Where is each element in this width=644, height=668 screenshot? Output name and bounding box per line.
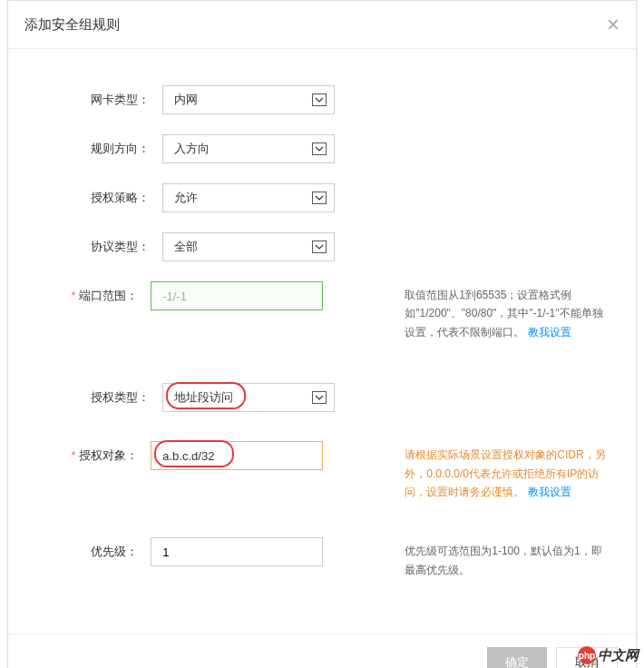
row-port-range: 端口范围： 取值范围从1到65535；设置格式例如"1/200"、"80/80"… [35,281,609,341]
watermark: php 中文网 [578,646,639,664]
help-port-range-link[interactable]: 教我设置 [528,326,571,339]
row-auth-type: 授权类型： 地址段访问 [35,383,609,412]
row-auth-policy: 授权策略： 允许 [35,183,609,212]
select-direction-value: 入方向 [174,141,210,157]
watermark-logo: php [578,646,596,664]
row-direction: 规则方向： 入方向 [35,134,609,163]
row-auth-object: 授权对象： 请根据实际场景设置授权对象的CIDR，另外，0.0.0.0/0代表允… [35,441,609,501]
select-auth-type-value: 地址段访问 [174,389,233,406]
help-port-range-text: 取值范围从1到65535；设置格式例如"1/200"、"80/80"，其中"-1… [405,289,602,339]
row-nic-type: 网卡类型： 内网 [35,85,609,114]
label-auth-type: 授权类型： [35,383,162,406]
row-protocol: 协议类型： 全部 [35,232,609,261]
input-priority[interactable] [151,537,323,566]
help-auth-object-link[interactable]: 教我设置 [528,486,571,498]
label-priority: 优先级： [35,537,151,560]
label-auth-object: 授权对象： [35,441,151,464]
dialog-header: 添加安全组规则 × [8,1,636,49]
help-auth-object-text: 请根据实际场景设置授权对象的CIDR，另外，0.0.0.0/0代表允许或拒绝所有… [405,448,605,498]
help-priority: 优先级可选范围为1-100，默认值为1，即最高优先级。 [405,537,609,579]
input-port-range[interactable] [151,281,323,310]
label-direction: 规则方向： [35,134,162,157]
label-auth-policy: 授权策略： [35,183,162,206]
help-port-range: 取值范围从1到65535；设置格式例如"1/200"、"80/80"，其中"-1… [405,281,609,341]
select-auth-type[interactable]: 地址段访问 [162,383,335,412]
chevron-down-icon [312,391,327,404]
help-auth-object: 请根据实际场景设置授权对象的CIDR，另外，0.0.0.0/0代表允许或拒绝所有… [405,441,609,501]
select-protocol-value: 全部 [174,239,198,255]
input-auth-object[interactable] [151,441,323,470]
select-nic-type-value: 内网 [174,92,198,108]
select-auth-policy-value: 允许 [174,190,198,206]
select-protocol[interactable]: 全部 [162,232,335,261]
select-nic-type[interactable]: 内网 [162,85,335,114]
dialog-body: 网卡类型： 内网 规则方向： 入方向 授权策略： [8,49,636,634]
row-priority: 优先级： 优先级可选范围为1-100，默认值为1，即最高优先级。 [35,537,609,579]
select-direction[interactable]: 入方向 [162,134,335,163]
label-port-range: 端口范围： [35,281,151,304]
dialog-title: 添加安全组规则 [24,16,120,34]
add-security-rule-dialog: 添加安全组规则 × 网卡类型： 内网 规则方向： 入方向 [7,0,637,668]
chevron-down-icon [312,93,327,106]
chevron-down-icon [312,142,327,155]
chevron-down-icon [312,241,327,253]
watermark-text: 中文网 [598,647,639,664]
dialog-footer: 确定 取消 [8,634,636,668]
label-protocol: 协议类型： [35,232,162,255]
select-auth-policy[interactable]: 允许 [162,183,335,212]
label-nic-type: 网卡类型： [35,85,162,108]
confirm-button[interactable]: 确定 [487,647,547,668]
chevron-down-icon [312,192,327,204]
close-icon[interactable]: × [607,14,620,35]
